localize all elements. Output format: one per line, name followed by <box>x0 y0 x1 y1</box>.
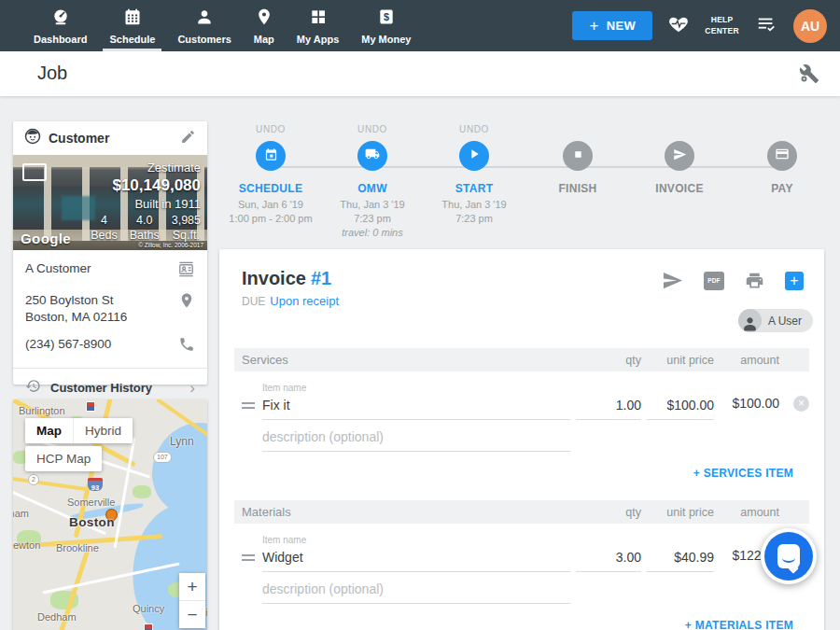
undo-start-button[interactable]: UNDO <box>418 124 530 136</box>
item-name-cell: Item name <box>262 535 570 572</box>
i93-shield: 93 <box>88 478 103 491</box>
timeline-step-schedule: UNDO SCHEDULE Sun, Jan 6 '191:00 pm - 2:… <box>215 124 327 226</box>
zoom-out-button[interactable]: − <box>179 601 205 628</box>
nav-tab-customers[interactable]: Customers <box>166 0 242 51</box>
schedule-step-button[interactable] <box>256 141 286 171</box>
add-services-item-link[interactable]: + SERVICES ITEM <box>219 467 793 480</box>
phone-icon[interactable] <box>178 336 195 357</box>
invoice-number: #1 <box>311 268 331 288</box>
customers-icon <box>195 7 214 30</box>
step-label: INVOICE <box>623 182 735 195</box>
google-watermark: Google <box>21 231 71 246</box>
history-icon <box>25 378 41 398</box>
due-label: DUE <box>242 295 265 308</box>
customer-phone-row: (234) 567-8900 <box>13 326 207 357</box>
service-amount: $100.00 <box>720 396 779 420</box>
service-unit-price-input[interactable] <box>647 398 714 420</box>
hcp-map-button[interactable]: HCP Map <box>25 446 102 471</box>
us1-shield <box>86 401 95 412</box>
timeline-step-finish: FINISH <box>522 124 634 195</box>
customer-card: Customer Zestimate $10,149,080 Built in … <box>13 121 207 385</box>
job-timeline: UNDO SCHEDULE Sun, Jan 6 '191:00 pm - 2:… <box>219 124 840 244</box>
page-header-bar: Job <box>0 51 840 96</box>
pdf-icon[interactable]: PDF <box>704 272 724 290</box>
omw-step-button[interactable] <box>357 141 387 171</box>
invoice-step-button[interactable] <box>665 141 694 171</box>
calendar-icon <box>264 147 278 165</box>
drag-handle[interactable] <box>234 554 257 572</box>
chat-icon <box>764 532 813 581</box>
nav-tab-map[interactable]: Map <box>243 0 286 51</box>
map-type-map-button[interactable]: Map <box>25 418 73 443</box>
zoom-in-button[interactable]: + <box>179 573 205 600</box>
app-root: Dashboard Schedule Customers Map My Apps… <box>0 0 840 630</box>
new-button[interactable]: + NEW <box>572 11 652 40</box>
edit-pencil-icon[interactable] <box>180 129 196 148</box>
materials-header-band: Materials qty unit price amount <box>234 500 809 524</box>
step-label: OMW <box>316 182 428 195</box>
unit-price-column-header: unit price <box>647 506 714 519</box>
stop-icon <box>572 147 584 164</box>
apps-grid-icon <box>309 7 328 30</box>
item-name-cell: Item name <box>262 383 570 420</box>
customer-face-icon <box>24 128 41 148</box>
chat-launcher-button[interactable] <box>761 528 817 584</box>
map-card: 107 2 93 Burlington Lynn Somerville Walt… <box>13 399 207 630</box>
service-item-name-input[interactable] <box>262 398 570 420</box>
navbar-right-cluster: + NEW HELP CENTER AU <box>572 9 840 43</box>
add-invoice-button[interactable]: + <box>785 272 804 290</box>
chevron-right-icon: › <box>189 380 195 396</box>
print-icon[interactable] <box>745 271 764 290</box>
page-title: Job <box>37 63 67 84</box>
undo-omw-button[interactable]: UNDO <box>316 124 428 136</box>
nav-tab-my-money[interactable]: $ My Money <box>350 0 422 51</box>
customer-phone: (234) 567-8900 <box>25 336 111 353</box>
dashboard-icon <box>51 7 70 30</box>
material-description-input[interactable] <box>262 581 570 604</box>
remove-item-button[interactable]: × <box>793 396 809 412</box>
drag-handle[interactable] <box>234 402 257 420</box>
map-type-hybrid-button[interactable]: Hybrid <box>73 418 133 443</box>
service-qty-input[interactable] <box>576 398 641 420</box>
heart-pulse-icon[interactable] <box>667 14 690 38</box>
start-step-button[interactable] <box>459 141 489 171</box>
invoice-title: Invoice#1 <box>242 268 331 289</box>
new-button-label: NEW <box>607 19 637 33</box>
map-road <box>13 476 88 491</box>
timeline-step-invoice: INVOICE <box>623 124 735 195</box>
street-view-frame-icon <box>22 163 47 181</box>
map-pin-icon <box>255 7 273 30</box>
invoice-actions: PDF + <box>662 270 804 291</box>
due-terms-link[interactable]: Upon receipt <box>270 294 339 308</box>
material-qty-input[interactable] <box>576 550 641 572</box>
map-label-waltham: Waltham <box>13 508 29 519</box>
customer-address: 250 Boylston StBoston, MA 02116 <box>25 292 127 326</box>
material-description-row <box>234 581 809 604</box>
material-unit-price-input[interactable] <box>647 550 714 572</box>
step-dates: Sun, Jan 6 '191:00 pm - 2:00 pm <box>215 198 327 226</box>
us1-shield <box>144 623 153 630</box>
assigned-user-chip[interactable]: A User <box>738 309 813 332</box>
step-label: FINISH <box>522 182 634 195</box>
send-invoice-icon[interactable] <box>662 270 683 291</box>
user-avatar[interactable]: AU <box>793 9 827 43</box>
contact-card-icon[interactable] <box>177 260 195 282</box>
help-center-link[interactable]: HELP CENTER <box>705 15 739 35</box>
nav-tab-schedule[interactable]: Schedule <box>98 0 166 51</box>
add-materials-item-link[interactable]: + MATERIALS ITEM <box>219 619 793 630</box>
location-pin-icon[interactable] <box>178 292 195 313</box>
finish-step-button[interactable] <box>563 141 593 171</box>
nav-tab-label: Schedule <box>109 34 155 45</box>
pay-step-button[interactable] <box>767 141 797 171</box>
customer-name-row: A Customer <box>13 250 207 282</box>
undo-schedule-button[interactable]: UNDO <box>215 124 327 136</box>
task-list-icon[interactable] <box>754 14 778 38</box>
send-icon <box>673 147 687 165</box>
stat-baths: 4.0Baths <box>130 214 160 243</box>
job-settings-icon[interactable] <box>799 63 819 88</box>
nav-tab-dashboard[interactable]: Dashboard <box>22 0 98 51</box>
service-description-input[interactable] <box>262 429 570 452</box>
material-item-name-input[interactable] <box>262 550 570 572</box>
map-label-newton: Newton <box>13 539 40 551</box>
nav-tab-my-apps[interactable]: My Apps <box>286 0 350 51</box>
